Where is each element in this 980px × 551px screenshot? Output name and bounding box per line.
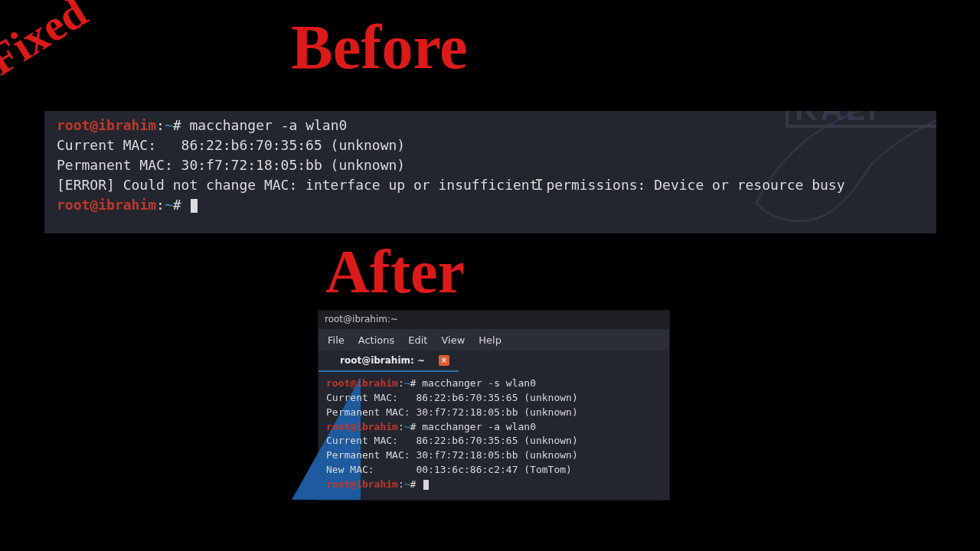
tab-label: root@ibrahim: ~ (340, 355, 425, 366)
terminal-line: root@ibrahim:~# macchanger -s wlan0 (326, 377, 662, 391)
terminal-prompt[interactable]: root@ibrahim:~# (57, 195, 924, 215)
tabbar: root@ibrahim: ~ × (318, 350, 669, 372)
menubar: File Actions Edit View Help (318, 329, 669, 350)
terminal-line: Current MAC: 86:22:b6:70:35:65 (unknown) (57, 135, 924, 155)
window-titlebar[interactable]: root@ibrahim:~ (318, 311, 669, 329)
terminal-line: Permanent MAC: 30:f7:72:18:05:bb (unknow… (326, 448, 662, 463)
terminal-line: [ERROR] Could not change MAC: interface … (57, 175, 924, 195)
cursor-block (191, 199, 198, 213)
menu-edit[interactable]: Edit (408, 334, 427, 346)
terminal-after[interactable]: root@ibrahim:~# macchanger -s wlan0 Curr… (318, 372, 669, 500)
after-label: After (325, 237, 465, 307)
terminal-line: Permanent MAC: 30:f7:72:18:05:bb (unknow… (326, 406, 662, 420)
terminal-line: Current MAC: 86:22:b6:70:35:65 (unknown) (326, 391, 662, 406)
before-label: Before (291, 11, 468, 83)
terminal-line: Current MAC: 86:22:b6:70:35:65 (unknown) (326, 434, 662, 448)
menu-view[interactable]: View (441, 334, 465, 346)
menu-actions[interactable]: Actions (358, 334, 395, 346)
terminal-line: Permanent MAC: 30:f7:72:18:05:bb (unknow… (57, 155, 924, 175)
terminal-after-window: root@ibrahim:~ File Actions Edit View He… (318, 310, 670, 500)
cursor-block (423, 480, 429, 490)
terminal-line: root@ibrahim:~# macchanger -a wlan0 (57, 116, 924, 135)
terminal-prompt[interactable]: root@ibrahim:~# (326, 478, 662, 492)
terminal-line: New MAC: 00:13:6c:86:c2:47 (TomTom) (326, 463, 662, 478)
terminal-before[interactable]: KALI root@ibrahim:~# macchanger -a wlan0… (44, 111, 936, 233)
tab-terminal[interactable]: root@ibrahim: ~ × (318, 350, 459, 372)
close-icon[interactable]: × (439, 355, 449, 366)
menu-help[interactable]: Help (479, 334, 501, 346)
terminal-line: root@ibrahim:~# macchanger -a wlan0 (326, 420, 662, 435)
menu-file[interactable]: File (328, 334, 345, 346)
fixed-label: Fixed (0, 0, 96, 86)
